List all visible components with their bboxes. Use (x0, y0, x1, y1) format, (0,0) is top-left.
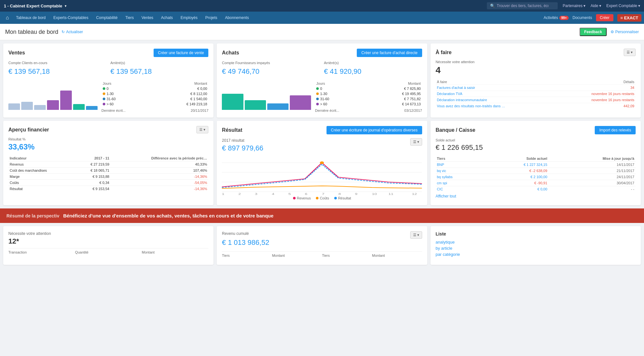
ventes-amounts: Compte Clients en-cours € 139 567,18 Arr… (8, 61, 208, 77)
aide-menu[interactable]: Aide ▾ (591, 4, 601, 8)
aging-label: 1-30 (315, 91, 360, 96)
indicateur-cell: Coûts (8, 180, 75, 186)
personaliser-button[interactable]: ⚙ Personnaliser (611, 30, 639, 34)
banque-tiers-link[interactable]: cm spi (437, 181, 447, 185)
revenu-montant2-col: Montant (372, 254, 422, 257)
diff-header: Différence avec la période préc… (110, 155, 208, 161)
ventes-header: Ventes Créer une facture de vente (8, 49, 208, 57)
svg-text:5: 5 (289, 192, 291, 195)
apercu-menu-button[interactable]: ☰ ▾ (196, 126, 208, 133)
afficher-tout[interactable]: Afficher tout (436, 194, 636, 198)
nav-tiers[interactable]: Tiers (121, 12, 137, 24)
todo-item-link[interactable]: Factures d'achat à saisir (437, 86, 475, 90)
todo-detail: 34 (557, 85, 636, 91)
bottom-section: Nécessite votre attention 12* Transactio… (0, 223, 644, 268)
period-header: 2017 - 11 (75, 155, 111, 161)
banque-table: Tiers Solde actuel Mise à jour jusqu'à B… (436, 156, 636, 192)
company-selector[interactable]: 1 - Cabinet Expert Comptable ▾ (4, 4, 66, 8)
achats-aging-table: Jours Montant 0€ 7 825,801-30€ 19 495,95… (315, 81, 422, 112)
ventes-derniere-date: 20/11/2017 (191, 109, 208, 112)
page-title: Mon tableau de bord (5, 29, 58, 35)
table-row: 0€ 7 825,80 (315, 86, 422, 91)
import-releves-button[interactable]: Import des relevés (595, 126, 636, 134)
nav-comptabilite[interactable]: Comptabilité (92, 12, 121, 24)
aging-label: 0 (101, 86, 144, 91)
activities-badge[interactable]: Activités 99+ (544, 15, 569, 20)
nav-tableaux-bord[interactable]: Tableaux de bord (12, 12, 50, 24)
todo-detail: novembre 16 jours restants (557, 91, 636, 97)
revenu-menu-button[interactable]: ☰ ▾ (410, 231, 422, 239)
expert-comptable-menu[interactable]: Expert Comptable ▾ (606, 4, 640, 8)
bar (267, 103, 289, 110)
todo-item-link[interactable]: Déclaration TVA (437, 92, 462, 96)
table-row: Vous avez des résultats non-traités dans… (436, 103, 636, 109)
search-icon: 🔍 (490, 4, 495, 8)
nav-employes[interactable]: Employés (177, 12, 202, 24)
banque-tiers-link[interactable]: CIC (437, 187, 443, 191)
afficher-tout-link[interactable]: Afficher tout (436, 194, 456, 198)
achats-title: Achats (222, 50, 239, 56)
banque-maj-cell: 14/11/2017 (549, 162, 636, 168)
bar (47, 100, 59, 110)
montant-col: Montant (142, 250, 208, 254)
bar (21, 102, 33, 110)
nav-experts-comptables[interactable]: Experts-Comptables (50, 12, 92, 24)
create-purchase-button[interactable]: Créer une facture d'achat directe (357, 49, 422, 57)
ventes-derniere: Dernière écrit... 20/11/2017 (101, 109, 208, 112)
refresh-button[interactable]: ↻ Actualiser (62, 30, 83, 34)
banque-tiers-link[interactable]: bq syllabs (437, 175, 453, 179)
ventes-arriere-label: Arrièré(s) (110, 61, 209, 65)
ventes-arriere: Arrièré(s) € 139 567,18 (110, 61, 209, 77)
list-item[interactable]: par catégorie (436, 252, 636, 257)
ventes-mini-chart (8, 84, 98, 112)
achats-chart-area: Jours Montant 0€ 7 825,801-30€ 19 495,95… (222, 81, 422, 112)
afaire-col-header: À faire (436, 79, 557, 85)
nav-projets[interactable]: Projets (201, 12, 221, 24)
create-sale-button[interactable]: Créer une facture de vente (154, 49, 209, 57)
expert-comptable-label: Expert Comptable (606, 4, 637, 8)
feedback-button[interactable]: Feedback (580, 28, 606, 36)
search-area[interactable]: 🔍 (487, 2, 558, 9)
nav-abonnements[interactable]: Abonnements (221, 12, 253, 24)
partenaires-menu[interactable]: Partenaires ▾ (563, 4, 585, 8)
table-row: CIC€ 0,00- - (436, 186, 636, 192)
aging-montant: € 8 112,00 (144, 91, 208, 96)
resultat-menu-button[interactable]: ☰ ▾ (410, 138, 422, 146)
todo-item-link[interactable]: Vous avez des résultats non-traités dans… (437, 104, 505, 108)
documents-link[interactable]: Documents (573, 15, 592, 20)
afaire-menu-button[interactable]: ☰ ▾ (624, 49, 636, 56)
todo-item-link[interactable]: Déclaration intracommunautaire (437, 98, 487, 102)
table-row: 0€ 0,00 (101, 86, 208, 91)
legend-couts: Coûts (316, 196, 329, 200)
home-icon[interactable]: ⌂ (3, 15, 12, 21)
revenu-left: Revenu cumulé € 1 013 986,52 (222, 231, 269, 249)
banque-tiers-link[interactable]: BNP (437, 163, 444, 167)
banner-label: Résumé de la perspectiv (6, 213, 59, 218)
creer-button[interactable]: Créer (596, 14, 613, 21)
banque-maj-cell: 30/04/2017 (549, 180, 636, 186)
todo-detail: novembre 16 jours restants (557, 97, 636, 103)
create-journal-button[interactable]: Créer une écriture de journal d'opératio… (327, 126, 422, 134)
list-item[interactable]: analytique (436, 240, 636, 245)
couts-label: Coûts (320, 196, 329, 200)
table-row: BNP€ 1 227 324,1514/11/2017 (436, 162, 636, 168)
banque-solde-cell: € -2 638,09 (482, 168, 549, 174)
legend-revenus: Revenus (293, 196, 311, 200)
couts-dot (316, 197, 318, 199)
banque-tiers-link[interactable]: bq vic (437, 169, 446, 173)
nav-ventes[interactable]: Ventes (137, 12, 157, 24)
svg-text:1: 1 (222, 192, 224, 195)
table-row: > 60€ 149 219,18 (101, 101, 208, 107)
revenu-cols: Tiers Montant Tiers Montant (222, 251, 422, 257)
bar (86, 106, 98, 110)
expert-chevron: ▾ (638, 4, 640, 8)
page-title-right: Feedback ⚙ Personnaliser (580, 28, 639, 36)
nav-achats[interactable]: Achats (157, 12, 177, 24)
val1-cell: € 9 153,54 (75, 186, 111, 192)
revenu-amount: € 1 013 986,52 (222, 238, 269, 247)
banque-title: Banque / Caisse (436, 127, 476, 133)
table-row: Coûts€ 0,34-54,05% (8, 180, 208, 186)
list-item[interactable]: by article (436, 246, 636, 251)
resultat-label: Résultat % (8, 137, 208, 141)
search-input[interactable] (497, 4, 548, 8)
